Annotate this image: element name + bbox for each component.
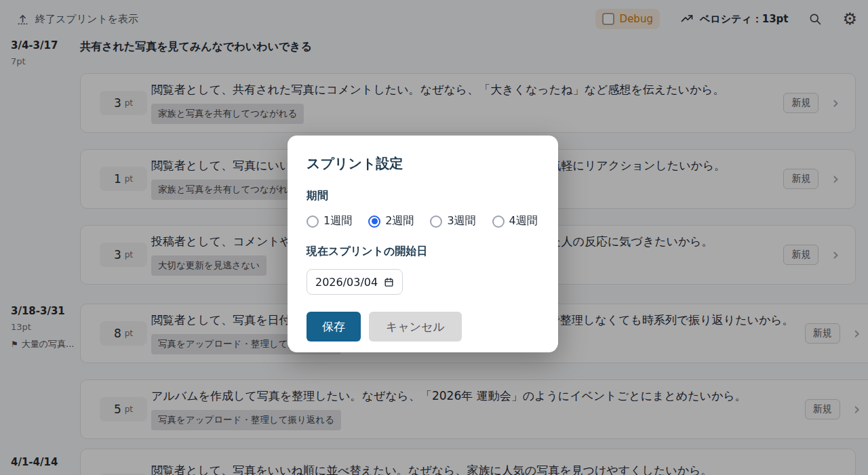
radio-option-1week[interactable]: 1週間 (307, 214, 352, 228)
radio-icon[interactable] (430, 215, 442, 228)
start-date-input[interactable]: 2026/03/04 (307, 269, 403, 295)
sprint-settings-modal: スプリント設定 期間 1週間 2週間 3週間 4週間 現在スプリントの開始日 2… (288, 136, 558, 352)
radio-icon[interactable] (307, 215, 319, 228)
calendar-icon[interactable] (384, 277, 394, 287)
period-radio-group: 1週間 2週間 3週間 4週間 (307, 214, 539, 228)
start-date-label: 現在スプリントの開始日 (307, 245, 539, 259)
modal-title: スプリント設定 (307, 154, 539, 173)
radio-icon[interactable] (492, 215, 505, 228)
cancel-button[interactable]: キャンセル (369, 312, 462, 342)
radio-option-3weeks[interactable]: 3週間 (430, 214, 475, 228)
period-label: 期間 (307, 189, 539, 203)
radio-option-4weeks[interactable]: 4週間 (492, 214, 538, 228)
save-button[interactable]: 保存 (307, 312, 361, 342)
radio-icon[interactable] (368, 215, 380, 228)
radio-option-2weeks[interactable]: 2週間 (368, 214, 414, 228)
start-date-value: 2026/03/04 (315, 276, 378, 289)
